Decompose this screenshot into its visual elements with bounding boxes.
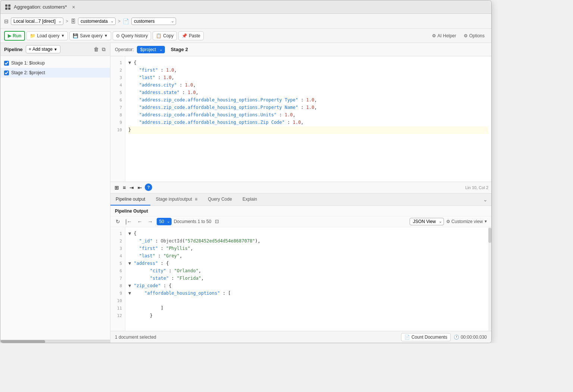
close-tab-button[interactable]: × — [72, 4, 75, 10]
out-code-line-1: ▼ { — [128, 230, 488, 238]
line-num-9: 9 — [113, 119, 122, 126]
page-size-select[interactable]: 50 — [157, 218, 172, 225]
run-button[interactable]: ▶ Run — [4, 31, 25, 41]
code-line-3: "last" : 1.0, — [128, 74, 488, 82]
wordwrap-button[interactable]: ≡ — [122, 184, 127, 192]
tab-pipeline-output[interactable]: Pipeline output — [110, 194, 150, 206]
folder-icon: 📁 — [30, 33, 35, 38]
editor-icons: ⊞ ≡ ⇥ ⇤ ? — [113, 184, 152, 192]
breadcrumb-bar: ⊟ Local local...7 [direct] > 🗄 customerd… — [0, 14, 491, 29]
copy-icon: 📋 — [156, 33, 162, 38]
output-code-lines: ▼ { "_id" : ObjectId("57d28452ed5d4d54e8… — [125, 227, 491, 331]
help-button[interactable]: ? — [145, 184, 152, 191]
code-line-9: "address.zip_code.affordable_housing_opt… — [128, 119, 488, 126]
database-select[interactable]: customerdata — [78, 18, 116, 25]
collapse-arrow-1[interactable]: ▼ — [128, 59, 134, 66]
collection-select[interactable]: customers — [131, 18, 176, 25]
stage-1-label: Stage 1: $lookup — [11, 60, 45, 66]
editor-toolbar: ⊞ ≡ ⇥ ⇤ ? Lin 10, Col 2 — [110, 182, 491, 193]
save-query-button[interactable]: 💾 Save query ▼ — [69, 31, 111, 40]
window-title: Aggregation: customers* — [14, 4, 67, 10]
database-select-wrap[interactable]: customerdata — [78, 18, 116, 25]
code-lines: ▼ { "first" : 1.0, "last" : 1.0, "addres… — [125, 56, 491, 182]
code-line-8: "address.zip_code.affordable_housing_opt… — [128, 112, 488, 119]
status-bar: 1 document selected 📄 Count Documents 🕐 … — [110, 331, 491, 343]
output-area: Pipeline Output ↻ |← ← → 50 Documents 1 … — [110, 206, 491, 331]
line-num-3: 3 — [113, 74, 122, 82]
out-code-line-9: ▼ "affordable_housing_options" : [ — [128, 290, 488, 297]
customize-icon: ⚙ — [446, 219, 450, 224]
page-size-select-wrap[interactable]: 50 — [157, 218, 172, 225]
connection-select-wrap[interactable]: Local local...7 [direct] — [11, 18, 63, 25]
next-page-button[interactable]: → — [146, 218, 154, 225]
output-toolbar: ↻ |← ← → 50 Documents 1 to 50 ⊡ JSON Vi — [110, 216, 491, 227]
line-numbers: 1 2 3 4 5 6 7 8 9 10 — [110, 56, 125, 182]
load-query-button[interactable]: 📁 Load query ▼ — [26, 31, 68, 40]
tab-query-code[interactable]: Query Code — [203, 194, 237, 206]
output-header: Pipeline Output — [110, 206, 491, 216]
expand-icon[interactable]: ⌄ — [479, 194, 491, 205]
breadcrumb-arrow-1: > — [66, 19, 68, 24]
filter-button[interactable]: ⊡ — [213, 218, 220, 225]
stage-1-checkbox[interactable] — [4, 61, 9, 66]
paste-button[interactable]: 📌 Paste — [178, 31, 204, 40]
output-scrollbar[interactable] — [488, 227, 491, 331]
out-line-num-1: 1 — [113, 230, 122, 238]
pipeline-icons: 🗑 ⧉ — [93, 46, 106, 53]
operator-select-wrap[interactable]: $project — [137, 46, 165, 53]
view-select-wrap[interactable]: JSON View — [410, 218, 444, 225]
collection-icon: 📄 — [123, 18, 129, 24]
out-code-line-4: "last" : "Grey", — [128, 253, 488, 260]
bottom-tabs: Pipeline output Stage input/output ≡ Que… — [110, 193, 491, 206]
pipeline-scrollbar[interactable] — [0, 340, 110, 343]
out-collapse-5[interactable]: ▼ — [128, 260, 134, 267]
pipeline-stages: Stage 1: $lookup Stage 2: $project — [0, 56, 110, 80]
first-page-button[interactable]: |← — [124, 218, 134, 225]
code-editor[interactable]: 1 2 3 4 5 6 7 8 9 10 ▼ { — [110, 56, 491, 182]
connection-select[interactable]: Local local...7 [direct] — [11, 18, 63, 25]
tab-explain[interactable]: Explain — [237, 194, 262, 206]
pipeline-scrollbar-thumb — [0, 340, 45, 343]
stage-header: Operator: $project Stage 2 — [110, 43, 491, 56]
stage-2-checkbox[interactable] — [4, 70, 9, 75]
stage-item-2[interactable]: Stage 2: $project — [0, 68, 110, 78]
breadcrumb-arrow-2: > — [118, 19, 120, 24]
count-documents-button[interactable]: 📄 Count Documents — [401, 333, 451, 341]
output-code-inner: 1 2 3 4 5 6 7 8 9 10 11 12 — [110, 227, 491, 331]
collection-select-wrap[interactable]: customers — [131, 18, 176, 25]
out-line-num-4: 4 — [113, 253, 122, 260]
code-line-1: ▼ { — [128, 59, 488, 67]
out-line-num-11: 11 — [113, 305, 122, 312]
add-stage-button[interactable]: + Add stage ▼ — [26, 45, 60, 53]
out-line-num-3: 3 — [113, 245, 122, 253]
customize-view-button[interactable]: ⚙ Customize view ▼ — [446, 219, 488, 224]
copy-button[interactable]: 📋 Copy — [153, 31, 177, 40]
stage-2-label: Stage 2: $project — [11, 70, 45, 75]
format-button[interactable]: ⊞ — [113, 184, 120, 192]
query-history-button[interactable]: ⊙ Query history — [113, 31, 151, 40]
prev-page-button[interactable]: ← — [136, 218, 144, 225]
ai-helper-button[interactable]: ⚙ AI Helper — [429, 32, 459, 40]
output-code[interactable]: 1 2 3 4 5 6 7 8 9 10 11 12 — [110, 227, 491, 331]
output-title: Pipeline Output — [115, 208, 148, 214]
database-icon: 🗄 — [71, 18, 76, 24]
out-collapse-8[interactable]: ▼ — [128, 282, 134, 289]
delete-stage-button[interactable]: 🗑 — [93, 46, 100, 53]
refresh-button[interactable]: ↻ — [114, 218, 122, 225]
tab-stage-io[interactable]: Stage input/output ≡ — [150, 194, 203, 206]
operator-select[interactable]: $project — [137, 46, 165, 53]
copy-stage-button[interactable]: ⧉ — [101, 46, 106, 53]
stage-item-1[interactable]: Stage 1: $lookup — [0, 58, 110, 68]
connection-icon: ⊟ — [4, 18, 9, 24]
out-collapse-1[interactable]: ▼ — [128, 230, 134, 237]
outdent-button[interactable]: ⇤ — [137, 184, 143, 192]
line-num-6: 6 — [113, 97, 122, 104]
options-button[interactable]: ⚙ Options — [461, 32, 488, 40]
count-icon: 📄 — [404, 335, 410, 340]
line-num-1: 1 — [113, 59, 122, 67]
indent-button[interactable]: ⇥ — [128, 184, 135, 192]
out-collapse-9[interactable]: ▼ — [128, 290, 134, 297]
code-line-2: "first" : 1.0, — [128, 67, 488, 74]
view-select[interactable]: JSON View — [410, 218, 444, 225]
code-editor-inner: 1 2 3 4 5 6 7 8 9 10 ▼ { — [110, 56, 491, 182]
